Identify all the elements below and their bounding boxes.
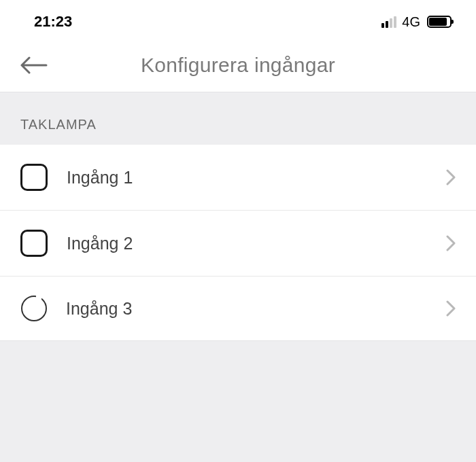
section-header: TAKLAMPA	[0, 92, 476, 145]
network-type: 4G	[402, 14, 420, 30]
status-indicators: 4G	[381, 14, 452, 30]
list-item-input-2[interactable]: Ingång 2	[0, 211, 476, 277]
chevron-right-icon	[446, 235, 456, 251]
circle-icon	[21, 296, 47, 321]
list-item-label: Ingång 2	[67, 234, 427, 253]
list-item-input-3[interactable]: Ingång 3	[0, 277, 476, 340]
nav-header: Konfigurera ingångar	[0, 38, 476, 92]
list-item-input-1[interactable]: Ingång 1	[0, 145, 476, 211]
page-title: Konfigurera ingångar	[20, 54, 456, 77]
list-item-label: Ingång 3	[66, 299, 427, 319]
empty-area	[0, 340, 476, 408]
back-arrow-icon	[20, 56, 48, 74]
list-item-label: Ingång 1	[67, 168, 427, 188]
status-time: 21:23	[34, 13, 72, 31]
battery-icon	[427, 16, 452, 28]
back-button[interactable]	[20, 56, 48, 74]
status-bar: 21:23 4G	[0, 0, 476, 38]
signal-icon	[381, 16, 396, 28]
chevron-right-icon	[446, 169, 456, 185]
chevron-right-icon	[446, 300, 456, 317]
square-icon	[20, 164, 48, 191]
inputs-list: Ingång 1 Ingång 2 Ingång 3	[0, 145, 476, 340]
square-icon	[20, 230, 48, 257]
